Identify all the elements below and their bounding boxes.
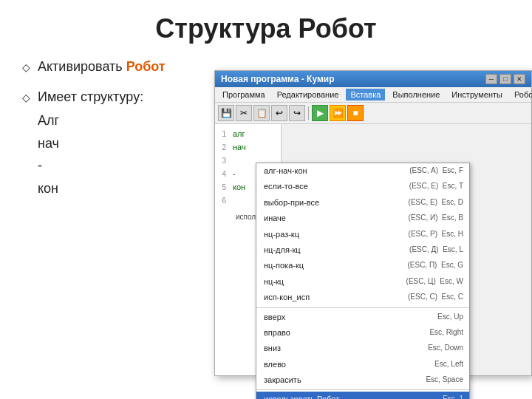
dropdown-item-vybor[interactable]: выбор-при-все (ESC, E) Esc, D	[256, 195, 469, 211]
menu-item-robot[interactable]: Робот	[510, 89, 532, 100]
dropdown-label: вправо	[264, 327, 290, 338]
menu-item-tools[interactable]: Инструменты	[447, 89, 507, 100]
menu-item-insert[interactable]: Вставка	[346, 89, 385, 100]
dropdown-item-isp-kon[interactable]: исп-кон_исп (ESC, С) Esc, C	[256, 290, 469, 305]
dropdown-shortcut: (ESC, И) Esc, B	[409, 213, 463, 224]
window-title-text: Новая программа - Кумир	[221, 74, 335, 84]
dropdown-label: влево	[264, 359, 286, 370]
line-num-1: 1	[215, 130, 230, 138]
code-line-1: 1 алг	[215, 127, 281, 140]
dropdown-item-nc-raz[interactable]: нц-раз-кц (ESC, Р) Esc, H	[256, 227, 469, 242]
cut-toolbar-button[interactable]: ✂	[236, 105, 252, 121]
line-code-2: нач	[230, 143, 246, 151]
dropdown-shortcut: (ESC, С) Esc, C	[408, 292, 463, 303]
toolbar-separator	[308, 106, 309, 120]
menu-bar: Программа Редактирование Вставка Выполне…	[215, 87, 531, 103]
dropdown-item-vniz[interactable]: вниз Esc, Down	[256, 341, 469, 356]
menu-item-run[interactable]: Выполнение	[388, 89, 444, 100]
page-title: Структура Робот	[0, 13, 532, 44]
dropdown-item-nc-dlya[interactable]: нц-для-кц (ESC, Д) Esc, L	[256, 242, 469, 258]
dropdown-separator-2	[256, 389, 469, 390]
bullet1-highlight: Робот	[126, 59, 166, 74]
bullet-item-1: ◇ Активировать Робот	[22, 59, 229, 75]
line-num-3: 3	[215, 157, 230, 165]
line-num-6: 6	[215, 197, 230, 205]
dropdown-shortcut: Esc, Left	[434, 359, 463, 370]
step-button[interactable]: ⏩	[330, 105, 346, 121]
dropdown-item-inache[interactable]: иначе (ESC, И) Esc, B	[256, 211, 469, 226]
line-num-2: 2	[215, 143, 230, 151]
bullet2-content: Имеет структуру: Алг нач - кон	[38, 89, 143, 200]
window-controls[interactable]: ─ □ ✕	[485, 74, 525, 84]
dropdown-shortcut: (ESC, Р) Esc, H	[409, 229, 463, 240]
minimize-button[interactable]: ─	[485, 74, 497, 84]
dropdown-shortcut: Esc, Down	[428, 343, 463, 354]
undo-toolbar-button[interactable]: ↩	[271, 105, 287, 121]
dropdown-label: вниз	[264, 343, 281, 354]
dropdown-label: нц-кц	[264, 276, 284, 287]
dropdown-label: если-то-все	[264, 181, 308, 192]
dropdown-item-nc-poka[interactable]: нц-пока-кц (ESC, П) Esc, G	[256, 258, 469, 273]
window-titlebar: Новая программа - Кумир ─ □ ✕	[215, 71, 531, 87]
dropdown-shortcut: Esc, Space	[426, 375, 463, 386]
structure-list: Алг нач - кон	[38, 109, 143, 200]
main-area: 1 алг 2 нач 3 4 - 5 кон 6	[215, 124, 531, 375]
bullet1-text: Активировать Робот	[38, 59, 166, 75]
dropdown-item-alg-nach-kon[interactable]: алг-нач-кон (ESC, A) Esc, F	[256, 163, 469, 179]
stop-button[interactable]: ■	[347, 105, 364, 121]
toolbar: 💾 ✂ 📋 ↩ ↪ ▶ ⏩ ■	[215, 103, 531, 124]
dropdown-shortcut: (ESC, Ц) Esc, W	[406, 276, 463, 287]
dropdown-label: нц-пока-кц	[264, 260, 304, 271]
dropdown-item-esli[interactable]: если-то-все (ESC, E) Esc, T	[256, 179, 469, 194]
dropdown-item-zakrasit[interactable]: закрасить Esc, Space	[256, 372, 469, 388]
dropdown-shortcut: (ESC, A) Esc, F	[409, 166, 463, 177]
insert-dropdown-menu: алг-нач-кон (ESC, A) Esc, F если-то-все …	[256, 163, 470, 399]
dropdown-shortcut: (ESC, E) Esc, D	[409, 197, 463, 208]
dropdown-label: иначе	[264, 213, 286, 224]
dropdown-item-vpravo[interactable]: вправо Esc, Right	[256, 325, 469, 341]
dropdown-item-vlevo[interactable]: влево Esc, Left	[256, 357, 469, 372]
bullet1-text-label: Активировать	[38, 59, 126, 74]
dropdown-shortcut: Esc, 1	[443, 394, 463, 399]
dropdown-shortcut: Esc, Right	[429, 327, 463, 338]
dropdown-label: алг-нач-кон	[264, 166, 307, 177]
dropdown-shortcut: Esc, Up	[437, 312, 463, 323]
bullet-item-2: ◇ Имеет структуру: Алг нач - кон	[22, 89, 229, 200]
struct-line-3: -	[38, 154, 143, 177]
menu-item-edit[interactable]: Редактирование	[273, 89, 344, 100]
dropdown-shortcut: (ESC, П) Esc, G	[407, 260, 463, 271]
save-toolbar-button[interactable]: 💾	[218, 105, 234, 121]
code-line-2: 2 нач	[215, 140, 281, 154]
application-window: Новая программа - Кумир ─ □ ✕ Программа …	[214, 70, 532, 376]
struct-line-2: нач	[38, 132, 143, 155]
redo-toolbar-button[interactable]: ↪	[289, 105, 305, 121]
dropdown-shortcut: (ESC, Д) Esc, L	[409, 245, 463, 256]
dropdown-label: выбор-при-все	[264, 197, 319, 208]
close-button[interactable]: ✕	[514, 74, 525, 84]
dropdown-label: исп-кон_исп	[264, 292, 310, 303]
dropdown-label: закрасить	[264, 375, 301, 386]
maximize-button[interactable]: □	[499, 74, 511, 84]
left-content: ◇ Активировать Робот ◇ Имеет структуру: …	[22, 59, 229, 214]
dropdown-label: использовать Робот	[264, 394, 339, 399]
line-code-5: кон	[230, 183, 245, 191]
bullet-diamond-1: ◇	[22, 61, 30, 73]
dropdown-item-nc-kc[interactable]: нц-кц (ESC, Ц) Esc, W	[256, 274, 469, 290]
dropdown-label: нц-для-кц	[264, 245, 301, 256]
dropdown-item-vverh[interactable]: вверх Esc, Up	[256, 310, 469, 325]
copy-toolbar-button[interactable]: 📋	[253, 105, 270, 121]
bullet-diamond-2: ◇	[22, 92, 30, 103]
line-num-5: 5	[215, 183, 230, 191]
run-button[interactable]: ▶	[312, 105, 328, 121]
dropdown-item-robot[interactable]: использовать Робот Esc, 1	[256, 392, 469, 399]
struct-line-1: Алг	[38, 109, 143, 132]
menu-item-program[interactable]: Программа	[218, 89, 270, 100]
bullet2-label: Имеет структуру:	[38, 89, 143, 104]
line-code-1: алг	[230, 129, 245, 138]
dropdown-label: вверх	[264, 312, 285, 323]
dropdown-shortcut: (ESC, E) Esc, T	[409, 181, 463, 192]
struct-line-4: кон	[38, 177, 143, 200]
line-num-4: 4	[215, 170, 230, 178]
dropdown-separator-1	[256, 307, 469, 308]
dropdown-label: нц-раз-кц	[264, 229, 299, 240]
